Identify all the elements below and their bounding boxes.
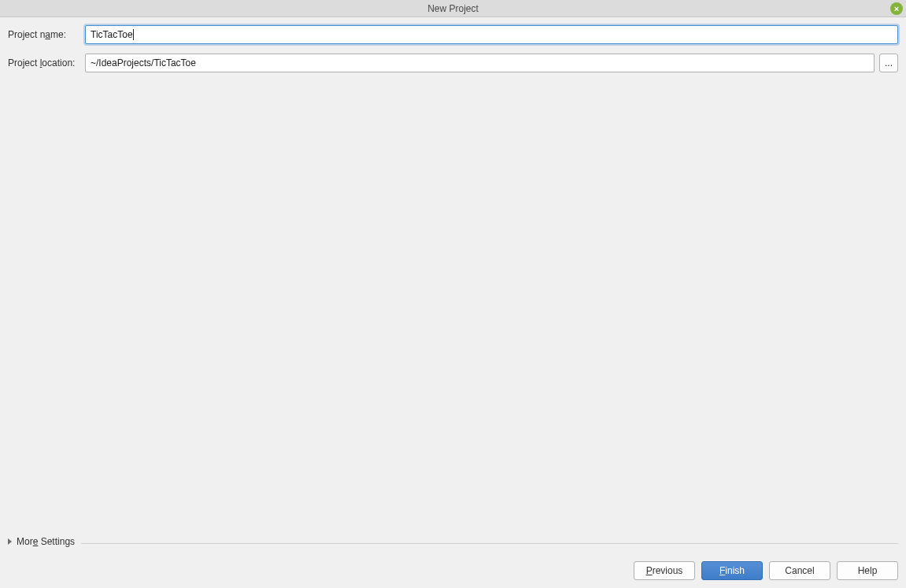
cancel-button[interactable]: Cancel xyxy=(769,561,830,580)
previous-button[interactable]: Previous xyxy=(634,561,695,580)
dialog-content: Project name: TicTacToe Project location… xyxy=(0,17,906,553)
browse-button[interactable]: ... xyxy=(879,54,898,72)
text-cursor xyxy=(133,29,134,40)
close-icon[interactable]: × xyxy=(890,2,903,15)
spacer xyxy=(8,82,898,533)
project-name-row: Project name: TicTacToe xyxy=(8,25,898,44)
project-name-input[interactable]: TicTacToe xyxy=(85,25,898,44)
divider xyxy=(81,543,898,544)
more-settings-toggle[interactable]: More Settings xyxy=(8,533,75,550)
project-location-label: Project location: xyxy=(8,57,85,68)
more-settings-label: More Settings xyxy=(17,536,75,547)
window-title: New Project xyxy=(427,3,479,14)
project-location-input[interactable] xyxy=(85,54,875,72)
project-location-row: Project location: ... xyxy=(8,54,898,72)
titlebar: New Project × xyxy=(0,0,906,17)
project-name-label: Project name: xyxy=(8,29,85,40)
more-settings-row: More Settings xyxy=(8,533,898,553)
chevron-right-icon xyxy=(8,538,12,545)
button-bar: Previous Finish Cancel Help xyxy=(0,553,906,588)
finish-button[interactable]: Finish xyxy=(701,561,763,580)
help-button[interactable]: Help xyxy=(837,561,898,580)
